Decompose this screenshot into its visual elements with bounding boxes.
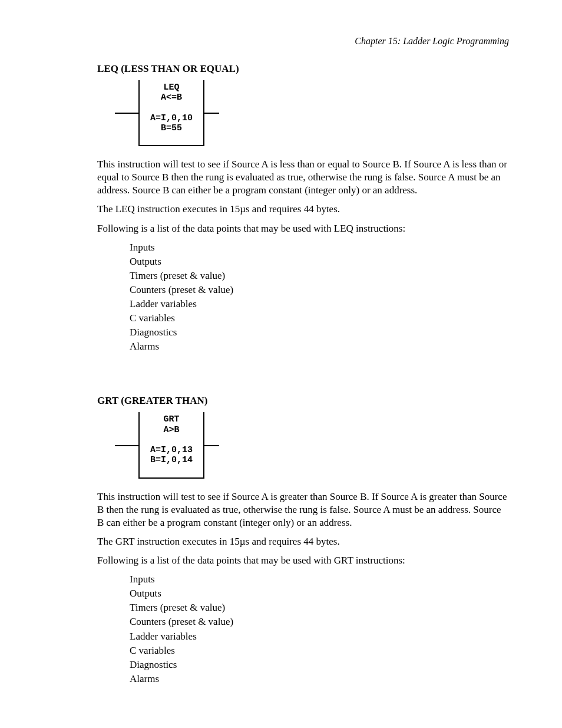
list-item: Alarms — [130, 673, 509, 686]
diagram-grt: GRT A>B A=I,0,13 B=I,0,14 — [115, 412, 509, 478]
ladder-rail-right — [204, 445, 219, 446]
list-item: Alarms — [130, 340, 509, 353]
list-item: Diagnostics — [130, 326, 509, 339]
diagram-leq: LEQ A<=B A=I,0,10 B=55 — [115, 80, 509, 146]
list-item: Ladder variables — [130, 298, 509, 311]
list-item: Inputs — [130, 573, 509, 586]
ladder-rail-left — [115, 113, 138, 114]
paragraph: This instruction will test to see if Sou… — [97, 158, 509, 197]
paragraph: Following is a list of the data points t… — [97, 222, 509, 235]
datapoints-list: Inputs Outputs Timers (preset & value) C… — [130, 573, 509, 686]
paragraph: This instruction will test to see if Sou… — [97, 490, 509, 529]
list-item: Counters (preset & value) — [130, 284, 509, 297]
list-item: Timers (preset & value) — [130, 601, 509, 614]
section-heading-grt: GRT (GREATER THAN) — [97, 394, 509, 407]
paragraph: The LEQ instruction executes in 15µs and… — [97, 203, 509, 216]
list-item: Timers (preset & value) — [130, 269, 509, 282]
datapoints-list: Inputs Outputs Timers (preset & value) C… — [130, 241, 509, 354]
list-item: Diagnostics — [130, 658, 509, 671]
instruction-box: LEQ A<=B A=I,0,10 B=55 — [138, 80, 204, 146]
instruction-box: GRT A>B A=I,0,13 B=I,0,14 — [138, 412, 204, 478]
ladder-rail-right — [204, 113, 219, 114]
chapter-header: Chapter 15: Ladder Logic Programming — [97, 35, 509, 48]
section-heading-leq: LEQ (LESS THAN OR EQUAL) — [97, 62, 509, 75]
paragraph: The GRT instruction executes in 15µs and… — [97, 535, 509, 548]
ladder-rail-left — [115, 445, 138, 446]
list-item: Inputs — [130, 241, 509, 254]
list-item: Ladder variables — [130, 630, 509, 643]
list-item: Outputs — [130, 587, 509, 600]
list-item: C variables — [130, 644, 509, 657]
list-item: Counters (preset & value) — [130, 615, 509, 628]
list-item: Outputs — [130, 255, 509, 268]
paragraph: Following is a list of the data points t… — [97, 554, 509, 567]
list-item: C variables — [130, 312, 509, 325]
